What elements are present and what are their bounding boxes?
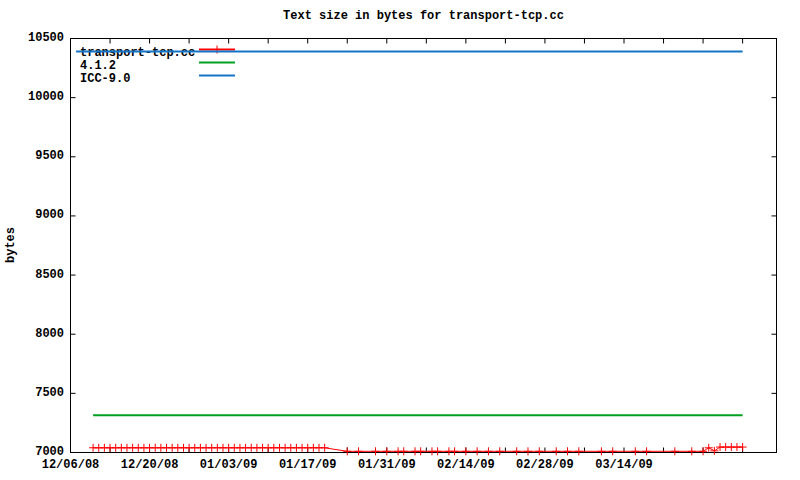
y-tick-label: 8500 [0, 269, 64, 282]
x-tick-label: 03/14/09 [595, 459, 653, 472]
x-tick-label: 02/14/09 [437, 459, 495, 472]
x-tick-label: 01/03/09 [200, 459, 258, 472]
y-tick-label: 8000 [0, 328, 64, 341]
y-tick-label: 10500 [0, 32, 64, 45]
y-tick-label: 7500 [0, 387, 64, 400]
y-tick-label: 9000 [0, 209, 64, 222]
plot-area [0, 0, 800, 480]
y-tick-label: 9500 [0, 150, 64, 163]
x-tick-label: 12/20/08 [121, 459, 179, 472]
x-tick-label: 01/31/09 [358, 459, 416, 472]
plot-frame [71, 39, 777, 453]
x-ticks [71, 39, 743, 453]
x-tick-label: 02/28/09 [516, 459, 574, 472]
y-ticks [71, 39, 777, 453]
x-tick-label: 01/17/09 [279, 459, 337, 472]
x-tick-label: 12/06/08 [42, 459, 100, 472]
y-tick-label: 10000 [0, 91, 64, 104]
series-markers-transport-tcp.cc [89, 443, 747, 455]
chart-canvas: Text size in bytes for transport-tcp.cc … [0, 0, 800, 480]
